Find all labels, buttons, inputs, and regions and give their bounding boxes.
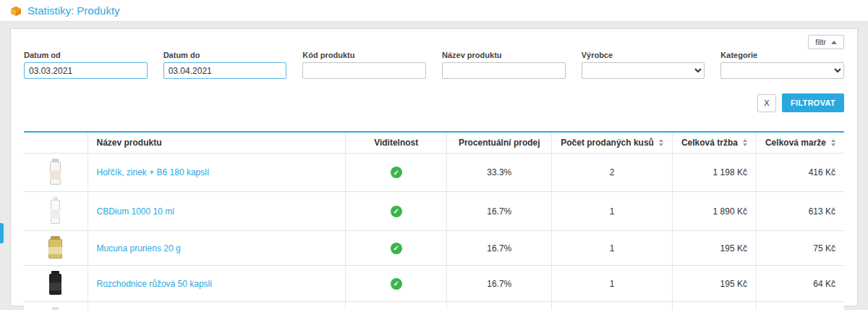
column-viditelnost: Viditelnost: [346, 132, 447, 154]
margin-cell: 613 Kč: [756, 192, 844, 231]
visible-check-icon: ✓: [391, 278, 402, 290]
kod-produktu-label: Kód produktu: [302, 51, 426, 59]
filter-field-nazev-produktu: Název produktu: [442, 51, 566, 79]
percent-cell: 16.7%: [447, 192, 552, 231]
column-pocet-label: Počet prodaných kusů: [561, 138, 654, 148]
column-celkova-marze[interactable]: Celková marže: [756, 132, 844, 154]
revenue-cell: 1 890 Kč: [672, 192, 756, 231]
sort-icon[interactable]: [743, 139, 747, 146]
visible-check-icon: ✓: [391, 167, 402, 178]
content-panel: filtr Datum od Datum do Kód produktu Náz…: [10, 28, 858, 306]
count-cell: 2: [552, 154, 673, 192]
datum-do-input[interactable]: [163, 62, 287, 79]
table-row: Rozchodnice růžová 50 kapsli ✓ 16.7% 1 1…: [24, 266, 844, 302]
kategorie-label: Kategorie: [720, 51, 844, 59]
visible-check-icon: ✓: [391, 243, 402, 254]
count-cell: 1: [552, 302, 673, 310]
product-image: [49, 274, 61, 295]
page-title: Statistiky: Produkty: [27, 4, 120, 17]
filter-toggle-button[interactable]: filtr: [808, 35, 844, 49]
table-row: Vitamín D3 150 kapslí ✓ 16.7% 1 340 Kč 1…: [24, 302, 844, 310]
count-cell: 1: [552, 231, 673, 266]
datum-od-input[interactable]: [24, 62, 148, 79]
kategorie-select[interactable]: [720, 62, 844, 79]
percent-cell: 16.7%: [447, 302, 552, 310]
table-header-row: Název produktu Viditelnost Procentuální …: [24, 132, 844, 154]
chevron-up-icon: [831, 41, 837, 44]
vyrobce-select[interactable]: [582, 62, 705, 79]
table-row: Mucuna pruriens 20 g ✓ 16.7% 1 195 Kč 75…: [24, 231, 844, 266]
filter-field-kategorie: Kategorie: [720, 51, 844, 79]
kod-produktu-input[interactable]: [302, 62, 426, 79]
filter-field-datum-od: Datum od: [24, 51, 148, 79]
filter-toggle-label: filtr: [815, 38, 826, 46]
product-link[interactable]: Mucuna pruriens 20 g: [97, 243, 181, 254]
column-procentualni-prodej: Procentuální prodej: [447, 132, 552, 154]
side-tab[interactable]: [0, 223, 4, 243]
clear-filter-button[interactable]: X: [757, 94, 776, 112]
margin-cell: 416 Kč: [756, 154, 844, 192]
column-pocet-prodanych-kusu[interactable]: Počet prodaných kusů: [552, 132, 673, 154]
vyrobce-label: Výrobce: [582, 51, 705, 59]
column-nazev-produktu: Název produktu: [88, 132, 346, 154]
nazev-produktu-label: Název produktu: [442, 51, 566, 59]
margin-cell: 75 Kč: [756, 231, 844, 266]
product-link[interactable]: Hořčík, zinek + B6 180 kapslí: [97, 167, 210, 177]
column-thumbnail: [24, 132, 88, 154]
products-stats-table: Název produktu Viditelnost Procentuální …: [24, 131, 844, 310]
revenue-cell: 340 Kč: [672, 302, 756, 310]
product-image: [50, 162, 61, 185]
margin-cell: 115 Kč: [756, 302, 844, 310]
datum-od-label: Datum od: [24, 51, 148, 59]
sort-icon[interactable]: [659, 139, 663, 146]
filter-field-vyrobce: Výrobce: [582, 51, 705, 79]
product-image: [51, 200, 60, 224]
revenue-cell: 195 Kč: [672, 231, 756, 266]
column-marze-label: Celková marže: [765, 138, 826, 148]
filtrovat-button[interactable]: FILTROVAT: [782, 93, 844, 112]
revenue-cell: 1 198 Kč: [672, 154, 756, 192]
margin-cell: 64 Kč: [756, 266, 844, 302]
count-cell: 1: [552, 192, 673, 231]
table-row: Hořčík, zinek + B6 180 kapslí ✓ 33.3% 2 …: [24, 154, 844, 192]
product-image: [48, 239, 62, 259]
revenue-cell: 195 Kč: [672, 266, 756, 302]
sort-icon[interactable]: [831, 139, 835, 146]
percent-cell: 33.3%: [447, 154, 552, 192]
datum-do-label: Datum do: [163, 51, 287, 59]
products-box-icon: [10, 5, 22, 17]
filter-field-datum-do: Datum do: [163, 51, 287, 79]
product-link[interactable]: Rozchodnice růžová 50 kapsli: [97, 279, 212, 289]
percent-cell: 16.7%: [447, 266, 552, 302]
count-cell: 1: [552, 266, 673, 302]
column-celkova-trzba[interactable]: Celková tržba: [672, 132, 756, 154]
filter-field-kod-produktu: Kód produktu: [302, 51, 426, 79]
visible-check-icon: ✓: [391, 206, 402, 217]
nazev-produktu-input[interactable]: [442, 62, 566, 79]
table-row: CBDium 1000 10 ml ✓ 16.7% 1 1 890 Kč 613…: [24, 192, 844, 231]
app-header: Statistiky: Produkty: [0, 0, 868, 22]
percent-cell: 16.7%: [447, 231, 552, 266]
product-link[interactable]: CBDium 1000 10 ml: [97, 206, 174, 217]
filter-fields: Datum od Datum do Kód produktu Název pro…: [24, 51, 844, 79]
column-trzba-label: Celková tržba: [681, 138, 738, 148]
